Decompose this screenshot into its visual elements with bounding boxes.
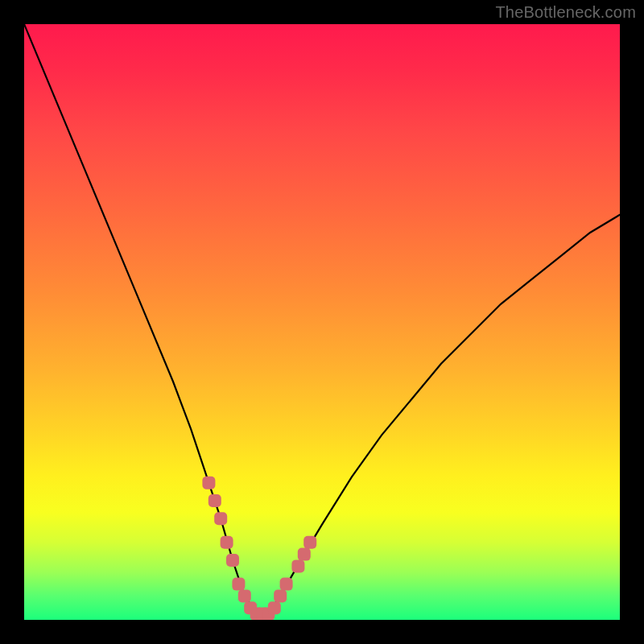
highlight-marker xyxy=(303,536,316,549)
bottleneck-curve-path xyxy=(24,24,620,614)
highlight-marker xyxy=(214,512,227,525)
curve-group xyxy=(24,24,620,614)
highlight-marker xyxy=(291,559,304,572)
highlight-marker xyxy=(280,578,293,591)
chart-svg xyxy=(24,24,620,620)
chart-frame: TheBottleneck.com xyxy=(0,0,644,644)
highlight-marker xyxy=(238,589,251,602)
highlight-marker xyxy=(226,554,239,567)
highlight-marker xyxy=(274,589,287,602)
watermark-text: TheBottleneck.com xyxy=(495,3,636,22)
highlight-marker-group xyxy=(202,477,316,620)
highlight-marker xyxy=(232,578,245,591)
highlight-marker xyxy=(208,494,221,507)
highlight-marker xyxy=(268,601,281,614)
highlight-marker xyxy=(298,548,311,561)
highlight-marker xyxy=(202,477,215,489)
plot-area xyxy=(24,24,620,620)
highlight-marker xyxy=(221,536,233,549)
